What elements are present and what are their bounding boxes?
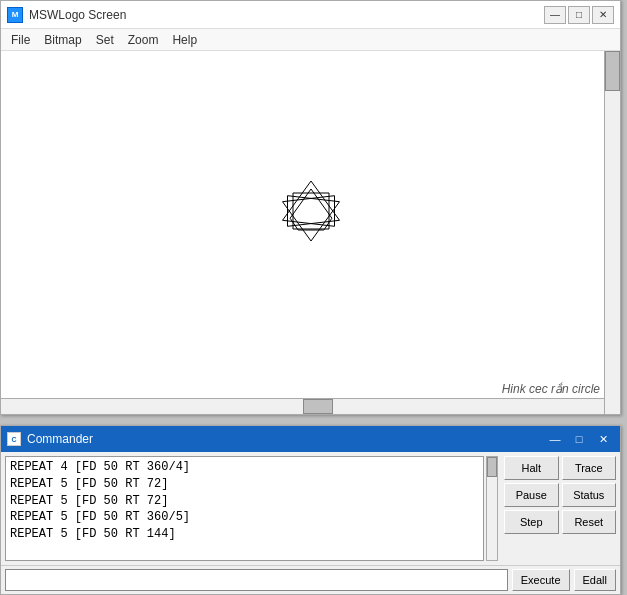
screen-app-icon: M [7,7,23,23]
logo-drawing [271,171,351,251]
output-line-2: REPEAT 5 [FD 50 RT 72] [10,476,479,493]
output-scrollbar[interactable] [486,456,498,561]
output-line-4: REPEAT 5 [FD 50 RT 360/5] [10,509,479,526]
vertical-scrollbar[interactable] [604,51,620,414]
trace-button[interactable]: Trace [562,456,617,480]
status-button[interactable]: Status [562,483,617,507]
commander-close-button[interactable]: ✕ [592,430,614,448]
output-line-3: REPEAT 5 [FD 50 RT 72] [10,493,479,510]
halt-button[interactable]: Halt [504,456,559,480]
commander-maximize-button[interactable]: □ [568,430,590,448]
star-drawing [271,171,351,254]
output-line-1: REPEAT 4 [FD 50 RT 360/4] [10,459,479,476]
horizontal-scrollbar-thumb[interactable] [303,399,333,414]
commander-input-area: Execute Edall [1,565,620,594]
commander-input-field[interactable] [5,569,508,591]
commander-title-bar: C Commander — □ ✕ [1,426,620,452]
commander-minimize-button[interactable]: — [544,430,566,448]
commander-app-icon: C [7,432,21,446]
menu-bitmap[interactable]: Bitmap [38,31,87,49]
reset-button[interactable]: Reset [562,510,617,534]
screen-window: M MSWLogo Screen — □ ✕ File Bitmap Set Z… [0,0,621,415]
screen-title-controls: — □ ✕ [544,6,614,24]
canvas-area: Hink cec rắn circle [1,51,620,414]
commander-title-controls: — □ ✕ [544,430,614,448]
hint-text: Hink cec rắn circle [502,382,600,396]
edall-button[interactable]: Edall [574,569,616,591]
cmd-btn-row-1: Halt Trace [504,456,616,480]
execute-button[interactable]: Execute [512,569,570,591]
pause-button[interactable]: Pause [504,483,559,507]
commander-window: C Commander — □ ✕ REPEAT 4 [FD 50 RT 360… [0,425,621,595]
menu-help[interactable]: Help [166,31,203,49]
output-scrollbar-thumb[interactable] [487,457,497,477]
commander-output[interactable]: REPEAT 4 [FD 50 RT 360/4] REPEAT 5 [FD 5… [5,456,484,561]
vertical-scrollbar-thumb[interactable] [605,51,620,91]
screen-title-text: MSWLogo Screen [29,8,538,22]
cmd-btn-row-2: Pause Status [504,483,616,507]
horizontal-scrollbar[interactable] [1,398,604,414]
screen-maximize-button[interactable]: □ [568,6,590,24]
output-line-5: REPEAT 5 [FD 50 RT 144] [10,526,479,543]
step-button[interactable]: Step [504,510,559,534]
screen-title-bar: M MSWLogo Screen — □ ✕ [1,1,620,29]
screen-minimize-button[interactable]: — [544,6,566,24]
menu-set[interactable]: Set [90,31,120,49]
cmd-btn-row-3: Step Reset [504,510,616,534]
screen-close-button[interactable]: ✕ [592,6,614,24]
commander-title-text: Commander [27,432,538,446]
commander-buttons-panel: Halt Trace Pause Status Step Reset [500,452,620,565]
screen-menu-bar: File Bitmap Set Zoom Help [1,29,620,51]
menu-zoom[interactable]: Zoom [122,31,165,49]
menu-file[interactable]: File [5,31,36,49]
commander-body: REPEAT 4 [FD 50 RT 360/4] REPEAT 5 [FD 5… [1,452,620,565]
